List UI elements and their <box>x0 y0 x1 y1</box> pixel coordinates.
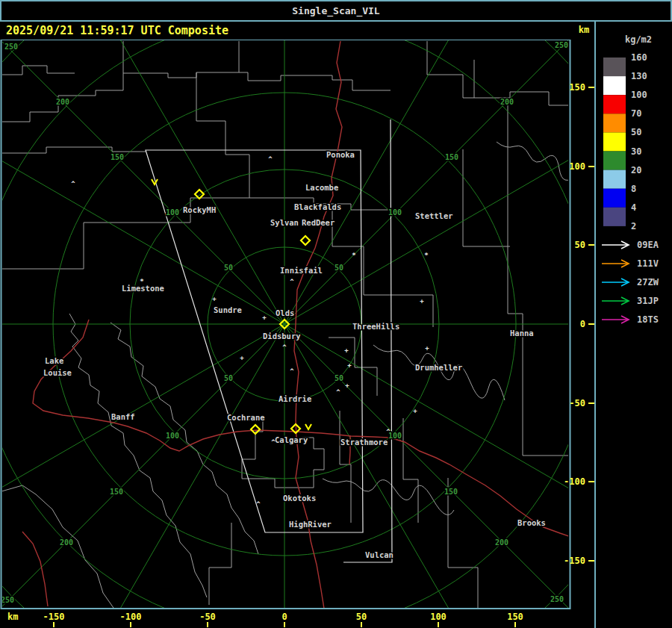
colorbar-level-label: 30 <box>631 146 641 157</box>
city-label: Stettler <box>415 211 453 220</box>
town-marker: ^ <box>290 278 294 285</box>
highway <box>22 532 48 606</box>
range-ring <box>0 0 670 628</box>
radial-line <box>284 324 672 548</box>
town-marker: ^ <box>282 343 287 351</box>
county-boundary <box>196 72 249 198</box>
colorbar-level-label: 20 <box>631 165 641 175</box>
range-ring <box>0 16 593 628</box>
colorbar-level-label: 100 <box>631 90 647 100</box>
town-marker: ^ <box>256 500 261 508</box>
city-label: RedDeer <box>302 218 335 227</box>
radar-id-label: 31JP <box>637 296 659 306</box>
city-label: Vulcan <box>365 550 393 559</box>
radial-line <box>284 0 508 324</box>
ring-distance-label: 250 <box>1 596 14 604</box>
county-boundary <box>340 411 351 523</box>
colorbar-level-label: 50 <box>631 127 641 137</box>
city-label: HighRiver <box>289 520 332 529</box>
ring-distance-label: 100 <box>166 432 179 440</box>
bottom-axis-tick-label: 50 <box>356 612 367 622</box>
ring-distance-label: 200 <box>500 98 514 106</box>
radar-display-canvas[interactable]: 2502001501005025020015010050250200150100… <box>0 0 672 628</box>
county-boundary <box>111 323 258 554</box>
city-label: Lake <box>45 356 63 365</box>
city-label: Innisfail <box>280 266 323 275</box>
town-marker: + <box>240 354 244 361</box>
city-label: ThreeHills <box>352 322 399 331</box>
county-boundary <box>209 523 231 605</box>
town-marker: + <box>345 382 349 389</box>
city-label: Banff <box>111 412 135 421</box>
bottom-axis-tick-label: 0 <box>281 612 287 622</box>
right-axis-tick-label: 0 <box>580 319 585 329</box>
city-label: Olds <box>276 308 294 317</box>
county-boundary <box>332 210 433 327</box>
radial-line <box>284 324 508 628</box>
v-marker <box>305 424 311 429</box>
city-label: Calgary <box>275 435 308 444</box>
county-boundary <box>448 478 478 609</box>
colorbar-swatch <box>603 57 626 76</box>
county-boundary <box>323 479 454 514</box>
city-label: Lacombe <box>305 183 338 192</box>
city-label: Strathmore <box>340 438 388 447</box>
ring-distance-label: 250 <box>4 43 18 51</box>
county-boundary <box>427 41 570 105</box>
colorbar-level-label: 160 <box>631 52 647 63</box>
city-label: Ponoka <box>326 150 355 159</box>
colorbar-swatch <box>603 114 626 132</box>
county-boundary <box>1 66 75 75</box>
ring-distance-label: 50 <box>335 264 343 272</box>
right-axis-tick-label: -150 <box>564 556 585 566</box>
colorbar-level-label: 8 <box>631 184 636 194</box>
colorbar-swatch <box>603 152 626 170</box>
bottom-axis-unit: km <box>7 612 18 622</box>
bottom-axis-tick-label: -150 <box>43 612 65 622</box>
colorbar-swatch <box>603 76 626 95</box>
city-label: Brooks <box>517 518 546 527</box>
town-marker: ^ <box>290 367 294 375</box>
radial-line <box>0 7 284 324</box>
town-marker: * <box>352 252 355 259</box>
town-marker: + <box>344 346 349 354</box>
town-marker: + <box>347 361 352 369</box>
town-marker: + <box>425 344 429 352</box>
colorbar-level-label: 130 <box>631 71 647 81</box>
town-marker: ^ <box>386 428 391 435</box>
window-title: Single_Scan_VIL <box>292 5 379 16</box>
ring-distance-label: 200 <box>495 538 508 547</box>
ring-distance-label: 150 <box>110 488 123 496</box>
radar-site-marker <box>301 236 310 245</box>
ring-distance-label: 50 <box>224 264 233 272</box>
ring-distance-label: 50 <box>224 374 233 382</box>
colorbar-swatch <box>603 95 626 114</box>
county-boundary <box>373 345 505 400</box>
right-axis-tick-label: -100 <box>564 476 585 487</box>
status-bar: 2025/09/21 11:59:17 UTC Composite <box>0 22 573 40</box>
town-marker: ^ <box>336 388 340 396</box>
city-label: Sylvan <box>270 218 299 227</box>
radar-id-label: 27ZW <box>637 277 659 287</box>
town-marker: ^ <box>71 180 75 187</box>
city-label: RockyMH <box>183 205 216 214</box>
town-marker: ^ <box>268 155 273 163</box>
bottom-axis-tick-label: -50 <box>199 612 216 622</box>
ring-distance-label: 150 <box>444 488 458 496</box>
town-marker: + <box>420 297 424 305</box>
town-marker: ^ <box>271 438 276 446</box>
colorbar-swatch <box>603 170 626 189</box>
title-bar: Single_Scan_VIL <box>0 0 672 22</box>
bottom-axis-tick-label: 150 <box>507 612 523 622</box>
ring-distance-label: 200 <box>56 98 69 106</box>
right-axis-tick-label: 150 <box>569 82 585 93</box>
colorbar-level-label: 70 <box>631 108 641 119</box>
ring-distance-label: 100 <box>388 208 402 217</box>
radar-id-label: 09EA <box>637 240 659 250</box>
radial-line <box>284 7 601 324</box>
radar-id-label: 18TS <box>637 314 659 325</box>
town-marker: * <box>424 252 428 259</box>
colorbar-swatch <box>603 189 626 208</box>
bottom-axis-tick-label: 100 <box>430 612 447 622</box>
city-label: Sundre <box>214 305 242 314</box>
